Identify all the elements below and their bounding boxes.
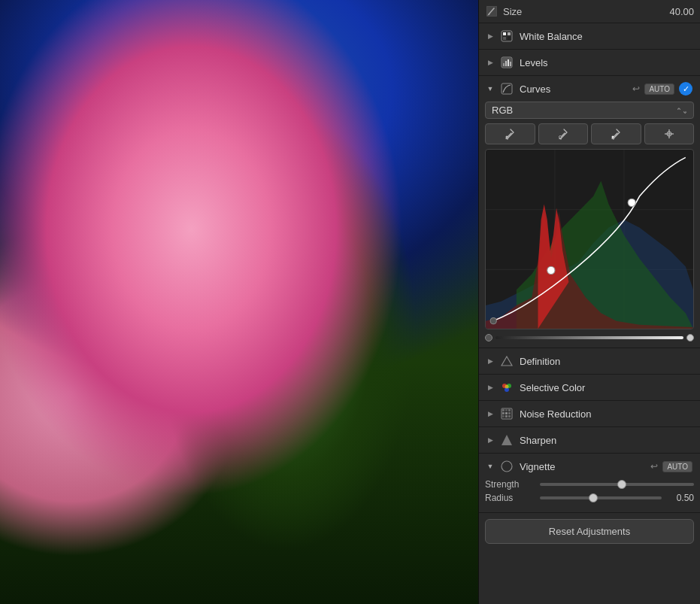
vignette-actions: ↩ AUTO [650, 461, 692, 472]
pencil-icon [485, 5, 498, 18]
radius-slider[interactable] [540, 496, 662, 499]
svg-rect-36 [508, 409, 511, 411]
curves-header[interactable]: ▼ Curves ↩ AUTO ✓ [479, 76, 700, 102]
channel-select[interactable]: RGB Red Green Blue Luminance [485, 102, 694, 119]
selective-color-row[interactable]: ▶ Selective Color [479, 375, 700, 401]
curves-actions: ↩ AUTO ✓ [632, 82, 692, 96]
svg-rect-5 [508, 32, 511, 35]
strength-label: Strength [485, 479, 534, 490]
svg-rect-10 [503, 63, 505, 66]
levels-label: Levels [520, 57, 692, 68]
definition-icon [500, 354, 514, 368]
svg-rect-37 [502, 412, 505, 414]
levels-row[interactable]: ▶ Levels [479, 50, 700, 76]
selective-color-label: Selective Color [520, 382, 692, 393]
levels-chevron: ▶ [486, 59, 494, 66]
curves-check-icon[interactable]: ✓ [679, 82, 692, 96]
radius-row: Radius 0.50 [485, 493, 694, 503]
eyedropper-light-btn[interactable] [591, 123, 641, 144]
svg-rect-11 [505, 61, 507, 66]
vignette-undo-icon[interactable]: ↩ [650, 461, 658, 472]
vignette-body: Strength Radius 0.50 [479, 479, 700, 512]
noise-reduction-label: Noise Reduction [520, 408, 692, 420]
svg-point-25 [547, 266, 555, 274]
strength-thumb[interactable] [617, 480, 626, 489]
selective-color-icon [500, 381, 514, 394]
strength-slider[interactable] [540, 483, 694, 486]
svg-rect-7 [508, 37, 511, 40]
svg-rect-35 [505, 409, 508, 411]
levels-icon [500, 56, 514, 69]
noise-reduction-icon [500, 407, 514, 420]
svg-rect-6 [503, 37, 506, 40]
svg-point-26 [628, 199, 635, 206]
curves-icon [500, 82, 514, 96]
svg-rect-39 [508, 412, 511, 414]
eyedropper-neutral-btn[interactable] [485, 123, 535, 144]
definition-row[interactable]: ▶ Definition [479, 348, 700, 375]
photo-image [0, 0, 478, 604]
sharpen-chevron: ▶ [486, 436, 494, 444]
vignette-header[interactable]: ▼ Vignette ↩ AUTO [479, 454, 700, 479]
svg-point-32 [505, 385, 509, 389]
svg-rect-12 [508, 59, 509, 66]
curves-chevron: ▼ [486, 85, 494, 93]
svg-marker-28 [502, 357, 512, 366]
curves-range-max[interactable] [686, 334, 694, 341]
curves-body: RGB Red Green Blue Luminance ⌃⌄ [479, 102, 700, 348]
curves-auto-badge[interactable]: AUTO [644, 83, 674, 95]
strength-row: Strength [485, 479, 694, 490]
definition-label: Definition [520, 356, 692, 367]
svg-point-16 [559, 136, 561, 138]
svg-rect-38 [505, 412, 508, 414]
crosshair-btn[interactable] [644, 123, 695, 144]
svg-marker-43 [502, 435, 512, 445]
wb-icon [500, 29, 514, 43]
curves-chart[interactable] [485, 149, 694, 329]
svg-rect-4 [503, 32, 506, 35]
radius-label: Radius [485, 493, 534, 503]
noise-reduction-chevron: ▶ [486, 410, 494, 417]
sharpen-icon [500, 433, 514, 447]
eyedropper-dark-btn[interactable] [538, 123, 589, 144]
svg-rect-40 [502, 415, 505, 417]
svg-rect-34 [502, 409, 505, 411]
vignette-label: Vignette [520, 461, 644, 472]
sharpen-row[interactable]: ▶ Sharpen [479, 427, 700, 454]
vignette-chevron: ▼ [486, 463, 494, 470]
curves-label: Curves [520, 83, 626, 95]
white-balance-label: White Balance [520, 31, 692, 42]
radius-value: 0.50 [668, 493, 694, 503]
vignette-auto-badge[interactable]: AUTO [662, 461, 692, 472]
svg-rect-13 [510, 62, 511, 66]
size-row: Size 40.00 [479, 0, 700, 23]
rgb-select-row: RGB Red Green Blue Luminance ⌃⌄ [485, 102, 694, 119]
size-value: 40.00 [669, 6, 694, 17]
sharpen-label: Sharpen [520, 435, 692, 446]
curves-section: ▼ Curves ↩ AUTO ✓ RGB Red [479, 76, 700, 348]
svg-point-44 [502, 461, 512, 472]
curves-range-track[interactable] [495, 336, 683, 339]
reset-adjustments-button[interactable]: Reset Adjustments [485, 519, 694, 544]
svg-rect-42 [508, 415, 511, 417]
svg-point-17 [612, 136, 614, 138]
vignette-section: ▼ Vignette ↩ AUTO Strength Radius [479, 454, 700, 513]
curves-range-row [485, 334, 694, 341]
size-label: Size [503, 6, 665, 17]
curves-undo-icon[interactable]: ↩ [632, 83, 640, 94]
photo-canvas[interactable] [0, 0, 478, 604]
svg-point-27 [490, 318, 496, 324]
definition-chevron: ▶ [486, 357, 494, 365]
curves-range-min[interactable] [485, 334, 492, 341]
white-balance-row[interactable]: ▶ White Balance [479, 23, 700, 50]
svg-rect-41 [505, 415, 508, 417]
noise-reduction-row[interactable]: ▶ Noise Reduction [479, 401, 700, 427]
adjustments-panel: Size 40.00 ▶ White Balance ▶ [478, 0, 700, 604]
white-balance-chevron: ▶ [486, 32, 494, 40]
curves-tools-row [485, 123, 694, 144]
selective-color-chevron: ▶ [486, 384, 494, 391]
radius-thumb[interactable] [589, 493, 598, 502]
svg-point-15 [506, 136, 508, 138]
vignette-icon [500, 460, 514, 473]
